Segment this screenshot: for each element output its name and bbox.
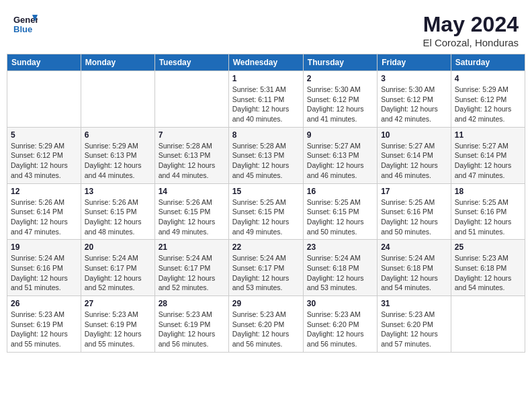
calendar-cell: 11Sunrise: 5:27 AMSunset: 6:14 PMDayligh… — [451, 127, 525, 183]
calendar-cell: 3Sunrise: 5:30 AMSunset: 6:12 PMDaylight… — [378, 71, 451, 128]
day-number: 25 — [455, 242, 521, 252]
day-number: 9 — [307, 130, 373, 140]
calendar-cell: 29Sunrise: 5:23 AMSunset: 6:20 PMDayligh… — [228, 296, 303, 353]
day-number: 3 — [381, 74, 447, 83]
day-number: 24 — [381, 242, 447, 252]
day-number: 17 — [381, 187, 447, 196]
calendar-table: SundayMondayTuesdayWednesdayThursdayFrid… — [7, 54, 525, 353]
day-number: 6 — [85, 130, 151, 140]
day-info: Sunrise: 5:25 AMSunset: 6:16 PMDaylight:… — [381, 197, 447, 237]
calendar-cell: 10Sunrise: 5:27 AMSunset: 6:14 PMDayligh… — [378, 127, 451, 183]
day-info: Sunrise: 5:25 AMSunset: 6:15 PMDaylight:… — [232, 197, 300, 237]
calendar-cell — [7, 71, 81, 128]
column-header-monday: Monday — [81, 54, 154, 71]
day-number: 5 — [11, 130, 77, 140]
calendar-cell: 16Sunrise: 5:25 AMSunset: 6:15 PMDayligh… — [303, 183, 377, 240]
day-number: 2 — [307, 74, 373, 83]
calendar-cell: 24Sunrise: 5:24 AMSunset: 6:18 PMDayligh… — [378, 240, 451, 296]
column-header-tuesday: Tuesday — [154, 54, 228, 71]
day-number: 20 — [85, 242, 151, 252]
calendar-cell: 1Sunrise: 5:31 AMSunset: 6:11 PMDaylight… — [228, 71, 303, 128]
day-info: Sunrise: 5:23 AMSunset: 6:18 PMDaylight:… — [455, 253, 521, 293]
logo: General Blue — [13, 12, 39, 36]
day-info: Sunrise: 5:25 AMSunset: 6:16 PMDaylight:… — [455, 197, 521, 237]
day-info: Sunrise: 5:29 AMSunset: 6:12 PMDaylight:… — [455, 85, 521, 124]
day-number: 16 — [307, 187, 373, 196]
day-info: Sunrise: 5:29 AMSunset: 6:13 PMDaylight:… — [85, 141, 151, 181]
day-info: Sunrise: 5:26 AMSunset: 6:14 PMDaylight:… — [11, 197, 77, 237]
calendar-cell: 21Sunrise: 5:24 AMSunset: 6:17 PMDayligh… — [154, 240, 228, 296]
calendar-cell: 27Sunrise: 5:23 AMSunset: 6:19 PMDayligh… — [81, 296, 154, 353]
calendar-cell: 9Sunrise: 5:27 AMSunset: 6:13 PMDaylight… — [303, 127, 377, 183]
day-number: 31 — [381, 299, 447, 308]
calendar-cell: 19Sunrise: 5:24 AMSunset: 6:16 PMDayligh… — [7, 240, 81, 296]
day-number: 23 — [307, 242, 373, 252]
column-header-wednesday: Wednesday — [228, 54, 303, 71]
day-info: Sunrise: 5:28 AMSunset: 6:13 PMDaylight:… — [159, 141, 225, 181]
day-info: Sunrise: 5:23 AMSunset: 6:19 PMDaylight:… — [159, 310, 225, 349]
day-number: 27 — [85, 299, 151, 308]
logo-icon: General Blue — [13, 12, 38, 36]
calendar-cell: 20Sunrise: 5:24 AMSunset: 6:17 PMDayligh… — [81, 240, 154, 296]
day-number: 7 — [159, 130, 225, 140]
day-info: Sunrise: 5:28 AMSunset: 6:13 PMDaylight:… — [232, 141, 300, 181]
day-info: Sunrise: 5:26 AMSunset: 6:15 PMDaylight:… — [85, 197, 151, 237]
column-header-friday: Friday — [378, 54, 451, 71]
day-info: Sunrise: 5:25 AMSunset: 6:15 PMDaylight:… — [307, 197, 373, 237]
calendar-cell: 12Sunrise: 5:26 AMSunset: 6:14 PMDayligh… — [7, 183, 81, 240]
calendar-cell: 25Sunrise: 5:23 AMSunset: 6:18 PMDayligh… — [451, 240, 525, 296]
calendar-cell — [154, 71, 228, 128]
day-number: 10 — [381, 130, 447, 140]
day-number: 19 — [11, 242, 77, 252]
day-number: 4 — [455, 74, 521, 83]
day-number: 30 — [307, 299, 373, 308]
day-number: 28 — [159, 299, 225, 308]
calendar-cell: 8Sunrise: 5:28 AMSunset: 6:13 PMDaylight… — [228, 127, 303, 183]
day-info: Sunrise: 5:24 AMSunset: 6:18 PMDaylight:… — [307, 253, 373, 293]
day-number: 13 — [85, 187, 151, 196]
day-info: Sunrise: 5:24 AMSunset: 6:17 PMDaylight:… — [159, 253, 225, 293]
day-number: 11 — [455, 130, 521, 140]
calendar-cell: 28Sunrise: 5:23 AMSunset: 6:19 PMDayligh… — [154, 296, 228, 353]
day-info: Sunrise: 5:29 AMSunset: 6:12 PMDaylight:… — [11, 141, 77, 181]
day-info: Sunrise: 5:24 AMSunset: 6:17 PMDaylight:… — [85, 253, 151, 293]
calendar-cell: 13Sunrise: 5:26 AMSunset: 6:15 PMDayligh… — [81, 183, 154, 240]
day-info: Sunrise: 5:27 AMSunset: 6:13 PMDaylight:… — [307, 141, 373, 181]
day-info: Sunrise: 5:26 AMSunset: 6:15 PMDaylight:… — [159, 197, 225, 237]
calendar-cell: 4Sunrise: 5:29 AMSunset: 6:12 PMDaylight… — [451, 71, 525, 128]
day-info: Sunrise: 5:27 AMSunset: 6:14 PMDaylight:… — [381, 141, 447, 181]
column-header-thursday: Thursday — [303, 54, 377, 71]
calendar-cell: 17Sunrise: 5:25 AMSunset: 6:16 PMDayligh… — [378, 183, 451, 240]
column-header-sunday: Sunday — [7, 54, 81, 71]
calendar-cell: 30Sunrise: 5:23 AMSunset: 6:20 PMDayligh… — [303, 296, 377, 353]
day-number: 26 — [11, 299, 77, 308]
day-info: Sunrise: 5:24 AMSunset: 6:16 PMDaylight:… — [11, 253, 77, 293]
day-info: Sunrise: 5:23 AMSunset: 6:19 PMDaylight:… — [11, 310, 77, 349]
day-info: Sunrise: 5:30 AMSunset: 6:12 PMDaylight:… — [307, 85, 373, 124]
day-number: 14 — [159, 187, 225, 196]
day-number: 12 — [11, 187, 77, 196]
title-block: May 2024 El Corozal, Honduras — [423, 12, 519, 48]
day-info: Sunrise: 5:31 AMSunset: 6:11 PMDaylight:… — [232, 85, 300, 124]
day-number: 8 — [232, 130, 300, 140]
month-title: May 2024 — [423, 12, 519, 37]
day-info: Sunrise: 5:23 AMSunset: 6:20 PMDaylight:… — [232, 310, 300, 349]
day-info: Sunrise: 5:23 AMSunset: 6:19 PMDaylight:… — [85, 310, 151, 349]
svg-text:Blue: Blue — [13, 24, 32, 34]
day-info: Sunrise: 5:23 AMSunset: 6:20 PMDaylight:… — [381, 310, 447, 349]
day-info: Sunrise: 5:23 AMSunset: 6:20 PMDaylight:… — [307, 310, 373, 349]
calendar-cell: 5Sunrise: 5:29 AMSunset: 6:12 PMDaylight… — [7, 127, 81, 183]
page-header: General Blue May 2024 El Corozal, Hondur… — [7, 7, 525, 51]
day-number: 29 — [232, 299, 300, 308]
day-number: 15 — [232, 187, 300, 196]
calendar-cell: 2Sunrise: 5:30 AMSunset: 6:12 PMDaylight… — [303, 71, 377, 128]
column-header-saturday: Saturday — [451, 54, 525, 71]
calendar-header: SundayMondayTuesdayWednesdayThursdayFrid… — [7, 54, 525, 71]
calendar-cell: 14Sunrise: 5:26 AMSunset: 6:15 PMDayligh… — [154, 183, 228, 240]
calendar-cell: 6Sunrise: 5:29 AMSunset: 6:13 PMDaylight… — [81, 127, 154, 183]
day-number: 18 — [455, 187, 521, 196]
location-subtitle: El Corozal, Honduras — [423, 37, 519, 48]
calendar-cell: 31Sunrise: 5:23 AMSunset: 6:20 PMDayligh… — [378, 296, 451, 353]
calendar-cell: 15Sunrise: 5:25 AMSunset: 6:15 PMDayligh… — [228, 183, 303, 240]
calendar-cell — [451, 296, 525, 353]
